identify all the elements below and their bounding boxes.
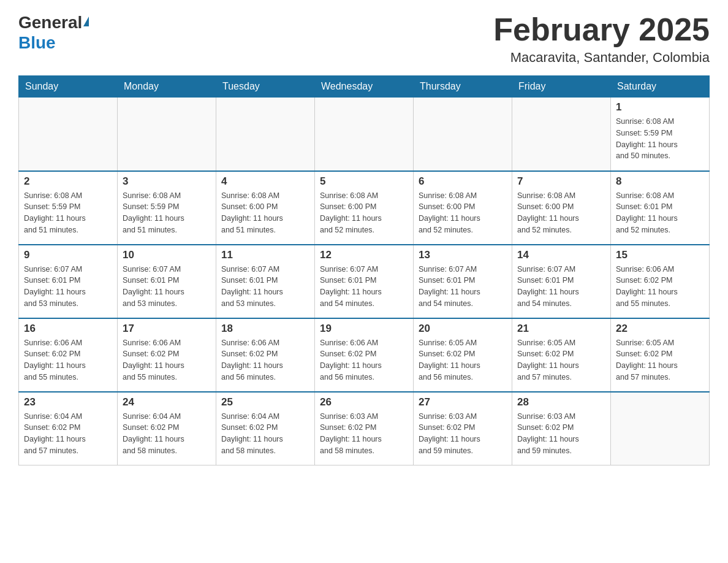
calendar-cell: 2Sunrise: 6:08 AMSunset: 5:59 PMDaylight…: [19, 171, 118, 245]
calendar-cell: 19Sunrise: 6:06 AMSunset: 6:02 PMDayligh…: [315, 318, 414, 392]
day-info: Sunrise: 6:06 AMSunset: 6:02 PMDaylight:…: [221, 337, 309, 383]
calendar-cell: 8Sunrise: 6:08 AMSunset: 6:01 PMDaylight…: [611, 171, 710, 245]
week-row-2: 2Sunrise: 6:08 AMSunset: 5:59 PMDaylight…: [19, 171, 710, 245]
weekday-header-friday: Friday: [512, 76, 611, 98]
weekday-header-tuesday: Tuesday: [216, 76, 315, 98]
calendar-cell: 17Sunrise: 6:06 AMSunset: 6:02 PMDayligh…: [118, 318, 216, 392]
day-number: 5: [320, 175, 408, 188]
day-info: Sunrise: 6:06 AMSunset: 6:02 PMDaylight:…: [320, 337, 408, 383]
calendar-cell: [315, 98, 414, 171]
day-info: Sunrise: 6:06 AMSunset: 6:02 PMDaylight:…: [123, 337, 211, 383]
day-number: 22: [616, 323, 704, 335]
day-number: 27: [419, 396, 507, 408]
weekday-header-sunday: Sunday: [19, 76, 118, 98]
day-info: Sunrise: 6:03 AMSunset: 6:02 PMDaylight:…: [419, 411, 507, 457]
weekday-header-monday: Monday: [118, 76, 216, 98]
week-row-3: 9Sunrise: 6:07 AMSunset: 6:01 PMDaylight…: [19, 245, 710, 318]
day-number: 26: [320, 396, 408, 408]
logo-blue: Blue: [18, 33, 56, 52]
day-number: 14: [517, 249, 605, 261]
calendar-cell: 20Sunrise: 6:05 AMSunset: 6:02 PMDayligh…: [414, 318, 512, 392]
calendar-cell: 14Sunrise: 6:07 AMSunset: 6:01 PMDayligh…: [512, 245, 611, 318]
calendar-cell: 23Sunrise: 6:04 AMSunset: 6:02 PMDayligh…: [19, 392, 118, 465]
calendar-cell: [118, 98, 216, 171]
day-number: 17: [123, 323, 211, 335]
day-info: Sunrise: 6:05 AMSunset: 6:02 PMDaylight:…: [616, 337, 704, 383]
day-number: 16: [24, 323, 112, 335]
page-header: General Blue February 2025 Macaravita, S…: [18, 12, 710, 66]
day-number: 10: [123, 249, 211, 261]
weekday-header-row: SundayMondayTuesdayWednesdayThursdayFrid…: [19, 76, 710, 98]
day-info: Sunrise: 6:08 AMSunset: 5:59 PMDaylight:…: [123, 190, 211, 236]
day-info: Sunrise: 6:07 AMSunset: 6:01 PMDaylight:…: [419, 264, 507, 310]
calendar-cell: 1Sunrise: 6:08 AMSunset: 5:59 PMDaylight…: [611, 98, 710, 171]
logo-general: General: [18, 13, 82, 32]
calendar-cell: 12Sunrise: 6:07 AMSunset: 6:01 PMDayligh…: [315, 245, 414, 318]
calendar-table: SundayMondayTuesdayWednesdayThursdayFrid…: [18, 75, 710, 465]
calendar-cell: 18Sunrise: 6:06 AMSunset: 6:02 PMDayligh…: [216, 318, 315, 392]
calendar-cell: 22Sunrise: 6:05 AMSunset: 6:02 PMDayligh…: [611, 318, 710, 392]
calendar-cell: 6Sunrise: 6:08 AMSunset: 6:00 PMDaylight…: [414, 171, 512, 245]
calendar-cell: 11Sunrise: 6:07 AMSunset: 6:01 PMDayligh…: [216, 245, 315, 318]
day-number: 19: [320, 323, 408, 335]
calendar-cell: [216, 98, 315, 171]
day-info: Sunrise: 6:04 AMSunset: 6:02 PMDaylight:…: [123, 411, 211, 457]
day-number: 6: [419, 175, 507, 188]
calendar-cell: 15Sunrise: 6:06 AMSunset: 6:02 PMDayligh…: [611, 245, 710, 318]
day-info: Sunrise: 6:06 AMSunset: 6:02 PMDaylight:…: [616, 264, 704, 310]
calendar-cell: 25Sunrise: 6:04 AMSunset: 6:02 PMDayligh…: [216, 392, 315, 465]
day-number: 20: [419, 323, 507, 335]
calendar-cell: 16Sunrise: 6:06 AMSunset: 6:02 PMDayligh…: [19, 318, 118, 392]
day-number: 1: [616, 101, 704, 113]
calendar-cell: 21Sunrise: 6:05 AMSunset: 6:02 PMDayligh…: [512, 318, 611, 392]
weekday-header-thursday: Thursday: [414, 76, 512, 98]
day-number: 21: [517, 323, 605, 335]
day-number: 18: [221, 323, 309, 335]
month-title: February 2025: [493, 12, 710, 47]
day-number: 13: [419, 249, 507, 261]
day-number: 25: [221, 396, 309, 408]
week-row-1: 1Sunrise: 6:08 AMSunset: 5:59 PMDaylight…: [19, 98, 710, 171]
day-info: Sunrise: 6:07 AMSunset: 6:01 PMDaylight:…: [24, 264, 112, 310]
calendar-cell: 28Sunrise: 6:03 AMSunset: 6:02 PMDayligh…: [512, 392, 611, 465]
day-info: Sunrise: 6:08 AMSunset: 6:00 PMDaylight:…: [320, 190, 408, 236]
day-number: 7: [517, 175, 605, 188]
calendar-cell: 27Sunrise: 6:03 AMSunset: 6:02 PMDayligh…: [414, 392, 512, 465]
calendar-cell: 13Sunrise: 6:07 AMSunset: 6:01 PMDayligh…: [414, 245, 512, 318]
day-info: Sunrise: 6:04 AMSunset: 6:02 PMDaylight:…: [24, 411, 112, 457]
day-info: Sunrise: 6:08 AMSunset: 6:00 PMDaylight:…: [221, 190, 309, 236]
calendar-cell: [414, 98, 512, 171]
day-info: Sunrise: 6:07 AMSunset: 6:01 PMDaylight:…: [517, 264, 605, 310]
day-number: 15: [616, 249, 704, 261]
calendar-cell: 7Sunrise: 6:08 AMSunset: 6:00 PMDaylight…: [512, 171, 611, 245]
title-area: February 2025 Macaravita, Santander, Col…: [493, 12, 710, 66]
day-number: 3: [123, 175, 211, 188]
calendar-cell: [19, 98, 118, 171]
day-number: 12: [320, 249, 408, 261]
day-number: 23: [24, 396, 112, 408]
calendar-cell: 10Sunrise: 6:07 AMSunset: 6:01 PMDayligh…: [118, 245, 216, 318]
day-info: Sunrise: 6:08 AMSunset: 5:59 PMDaylight:…: [616, 116, 704, 162]
day-info: Sunrise: 6:07 AMSunset: 6:01 PMDaylight:…: [221, 264, 309, 310]
calendar-cell: 4Sunrise: 6:08 AMSunset: 6:00 PMDaylight…: [216, 171, 315, 245]
day-info: Sunrise: 6:04 AMSunset: 6:02 PMDaylight:…: [221, 411, 309, 457]
calendar-cell: [611, 392, 710, 465]
logo: General Blue: [18, 12, 89, 53]
location-title: Macaravita, Santander, Colombia: [493, 50, 710, 66]
day-info: Sunrise: 6:03 AMSunset: 6:02 PMDaylight:…: [320, 411, 408, 457]
day-info: Sunrise: 6:05 AMSunset: 6:02 PMDaylight:…: [517, 337, 605, 383]
weekday-header-wednesday: Wednesday: [315, 76, 414, 98]
day-number: 9: [24, 249, 112, 261]
day-number: 28: [517, 396, 605, 408]
calendar-cell: 9Sunrise: 6:07 AMSunset: 6:01 PMDaylight…: [19, 245, 118, 318]
day-info: Sunrise: 6:08 AMSunset: 6:00 PMDaylight:…: [419, 190, 507, 236]
calendar-cell: 26Sunrise: 6:03 AMSunset: 6:02 PMDayligh…: [315, 392, 414, 465]
day-info: Sunrise: 6:08 AMSunset: 5:59 PMDaylight:…: [24, 190, 112, 236]
day-info: Sunrise: 6:03 AMSunset: 6:02 PMDaylight:…: [517, 411, 605, 457]
day-info: Sunrise: 6:08 AMSunset: 6:00 PMDaylight:…: [517, 190, 605, 236]
weekday-header-saturday: Saturday: [611, 76, 710, 98]
day-number: 4: [221, 175, 309, 188]
day-number: 8: [616, 175, 704, 188]
day-info: Sunrise: 6:05 AMSunset: 6:02 PMDaylight:…: [419, 337, 507, 383]
week-row-4: 16Sunrise: 6:06 AMSunset: 6:02 PMDayligh…: [19, 318, 710, 392]
